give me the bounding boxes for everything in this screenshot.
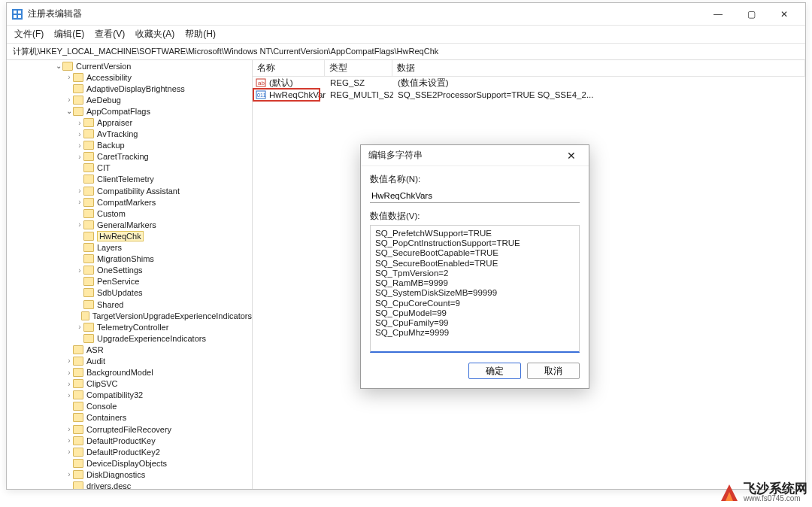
tree-item-onesettings[interactable]: ›OneSettings [7,265,252,276]
tree-item-defaultproductkey[interactable]: ›DefaultProductKey [7,435,252,446]
folder-icon [62,62,73,71]
cancel-button[interactable]: 取消 [527,363,580,379]
chevron-right-icon[interactable]: › [65,369,73,377]
chevron-right-icon[interactable]: › [65,357,73,365]
tree-item-backgroundmodel[interactable]: ›BackgroundModel [7,367,252,378]
tree-item-clienttelemetry[interactable]: ClientTelemetry [7,174,252,185]
dialog-titlebar[interactable]: 编辑多字符串 ✕ [361,145,589,166]
menu-favorites[interactable]: 收藏夹(A) [135,28,174,41]
col-data[interactable]: 数据 [392,60,805,76]
tree-item-carettracking[interactable]: ›CaretTracking [7,151,252,162]
chevron-right-icon[interactable]: › [65,380,73,388]
minimize-button[interactable]: — [701,3,735,25]
ok-button[interactable]: 确定 [468,363,521,379]
chevron-right-icon[interactable]: › [76,119,83,127]
tree-label: Audit [86,357,105,366]
tree-label: Custom [97,209,126,218]
tree-label: CurrentVersion [76,62,131,71]
tree-item-migrationshims[interactable]: MigrationShims [7,254,252,265]
chevron-right-icon[interactable]: › [65,73,73,81]
address-bar[interactable]: 计算机\HKEY_LOCAL_MACHINE\SOFTWARE\Microsof… [7,44,805,60]
tree-label: OneSettings [97,266,143,275]
folder-icon [83,141,94,150]
tree-label: BackgroundModel [86,368,153,377]
chevron-right-icon[interactable]: › [76,153,83,161]
tree-item-telemetrycontroller[interactable]: ›TelemetryController [7,321,252,332]
chevron-right-icon[interactable]: › [76,187,83,195]
chevron-right-icon[interactable]: › [65,391,73,399]
tree-item-generalmarkers[interactable]: ›GeneralMarkers [7,219,252,230]
tree-label: Compatibility32 [86,390,143,399]
svg-rect-4 [18,15,21,18]
value-data-label: 数值数据(V): [370,211,580,222]
tree-item-containers[interactable]: Containers [7,412,252,424]
tree-item-cit[interactable]: CIT [7,162,252,174]
tree-item-audit[interactable]: ›Audit [7,355,252,366]
menu-view[interactable]: 查看(V) [95,28,125,41]
watermark: 飞沙系统网 www.fs0745.com [720,482,807,502]
key-tree[interactable]: ⌄CurrentVersion›AccessibilityAdaptiveDis… [7,60,253,489]
tree-label: ClipSVC [86,379,118,388]
tree-item-backup[interactable]: ›Backup [7,140,252,151]
tree-item-clipsvc[interactable]: ›ClipSVC [7,378,252,390]
tree-label: CorruptedFileRecovery [86,425,171,434]
chevron-right-icon[interactable]: › [65,470,73,478]
tree-item-accessibility[interactable]: ›Accessibility [7,71,252,83]
tree-item-targetversionupgradeexperienceindicators[interactable]: TargetVersionUpgradeExperienceIndicators [7,310,252,321]
folder-icon [83,163,94,172]
col-name[interactable]: 名称 [253,60,325,76]
chevron-right-icon[interactable]: › [76,130,83,138]
chevron-down-icon[interactable]: ⌄ [65,107,73,115]
menu-file[interactable]: 文件(F) [14,28,44,41]
tree-item-aedebug[interactable]: ›AeDebug [7,94,252,105]
tree-item-avtracking[interactable]: ›AvTracking [7,129,252,140]
chevron-right-icon[interactable]: › [76,266,83,275]
tree-item-drivers-desc[interactable]: drivers.desc [7,480,252,489]
tree-item-custom[interactable]: Custom [7,208,252,219]
tree-item-compatibility32[interactable]: ›Compatibility32 [7,390,252,401]
tree-item-defaultproductkey2[interactable]: ›DefaultProductKey2 [7,446,252,457]
binary-value-icon: 011 [256,90,266,100]
menu-edit[interactable]: 编辑(E) [54,28,84,41]
value-row[interactable]: 011HwReqChkVarsREG_MULTI_SZSQ_SSE2Proces… [253,89,805,101]
chevron-right-icon[interactable]: › [65,96,73,104]
tree-item-hwreqchk[interactable]: HwReqChk [7,230,252,241]
chevron-right-icon[interactable]: › [76,323,83,331]
tree-item-shared[interactable]: Shared [7,299,252,310]
tree-item-appcompatflags[interactable]: ⌄AppCompatFlags [7,105,252,117]
value-data-textarea[interactable] [370,225,580,353]
chevron-right-icon[interactable]: › [65,436,73,445]
tree-item-currentversion[interactable]: ⌄CurrentVersion [7,60,252,71]
tree-item-compatibility-assistant[interactable]: ›Compatibility Assistant [7,185,252,196]
value-row[interactable]: ab(默认)REG_SZ(数值未设置) [253,77,805,89]
list-header[interactable]: 名称 类型 数据 [253,60,805,77]
chevron-down-icon[interactable]: ⌄ [55,62,62,70]
chevron-right-icon[interactable]: › [76,141,83,150]
col-type[interactable]: 类型 [325,60,392,76]
dialog-close-button[interactable]: ✕ [562,150,581,162]
chevron-right-icon[interactable]: › [76,220,83,229]
chevron-right-icon[interactable]: › [65,425,73,433]
chevron-right-icon[interactable]: › [76,198,83,206]
maximize-button[interactable]: ▢ [735,3,768,25]
chevron-right-icon[interactable]: › [65,448,73,456]
tree-item-asr[interactable]: ASR [7,344,252,355]
menu-help[interactable]: 帮助(H) [185,28,216,41]
tree-item-sdbupdates[interactable]: SdbUpdates [7,287,252,299]
tree-item-corruptedfilerecovery[interactable]: ›CorruptedFileRecovery [7,424,252,435]
tree-item-compatmarkers[interactable]: ›CompatMarkers [7,196,252,208]
titlebar[interactable]: 注册表编辑器 — ▢ ✕ [7,3,805,26]
folder-icon [83,266,94,275]
tree-item-layers[interactable]: Layers [7,242,252,254]
tree-item-diskdiagnostics[interactable]: ›DiskDiagnostics [7,469,252,480]
tree-item-penservice[interactable]: PenService [7,276,252,287]
value-name: (默认) [269,77,326,89]
tree-item-adaptivedisplaybrightness[interactable]: AdaptiveDisplayBrightness [7,83,252,94]
tree-item-upgradeexperienceindicators[interactable]: UpgradeExperienceIndicators [7,332,252,344]
close-button[interactable]: ✕ [768,3,801,25]
value-name-input[interactable] [370,188,580,203]
tree-item-devicedisplayobjects[interactable]: DeviceDisplayObjects [7,457,252,469]
tree-item-console[interactable]: Console [7,401,252,412]
tree-label: TelemetryController [97,323,168,332]
tree-item-appraiser[interactable]: ›Appraiser [7,117,252,128]
